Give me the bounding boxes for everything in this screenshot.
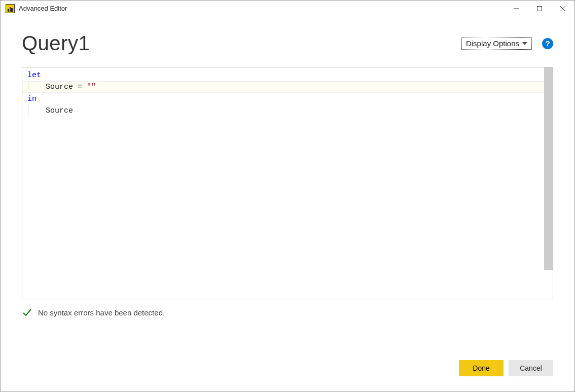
string-literal: "" [87,83,96,91]
app-icon [6,4,15,13]
query-title: Query1 [22,32,90,55]
keyword-let: let [27,71,41,80]
header-row: Query1 Display Options ? [22,32,553,55]
code-text: Source = [46,83,87,91]
check-icon [22,307,32,317]
done-button[interactable]: Done [459,360,504,376]
status-text: No syntax errors have been detected. [38,308,165,317]
footer-buttons: Done Cancel [22,345,553,381]
maximize-button[interactable] [528,1,551,16]
svg-rect-1 [537,6,542,11]
advanced-editor-window: Advanced Editor Query1 Display Options [0,0,575,392]
display-options-dropdown[interactable]: Display Options [461,37,532,50]
titlebar: Advanced Editor [1,1,574,17]
keyword-in: in [27,95,37,103]
maximize-icon [536,6,543,12]
chevron-down-icon [522,42,527,45]
window-controls [505,1,574,16]
display-options-label: Display Options [466,39,519,48]
cancel-button[interactable]: Cancel [509,360,553,376]
minimize-icon [513,6,519,12]
help-button[interactable]: ? [542,38,553,49]
code-editor[interactable]: let Source = "" in Source [22,67,553,300]
close-button[interactable] [551,1,574,16]
header-right: Display Options ? [461,37,553,50]
minimize-button[interactable] [505,1,528,16]
code-text: Source [28,105,73,117]
window-title: Advanced Editor [19,5,67,12]
code-area: let Source = "" in Source [22,67,553,119]
svg-marker-4 [522,42,527,45]
content-area: Query1 Display Options ? let Source = ""… [1,17,574,391]
help-icon: ? [545,39,550,48]
status-row: No syntax errors have been detected. [22,307,553,317]
close-icon [560,6,566,12]
